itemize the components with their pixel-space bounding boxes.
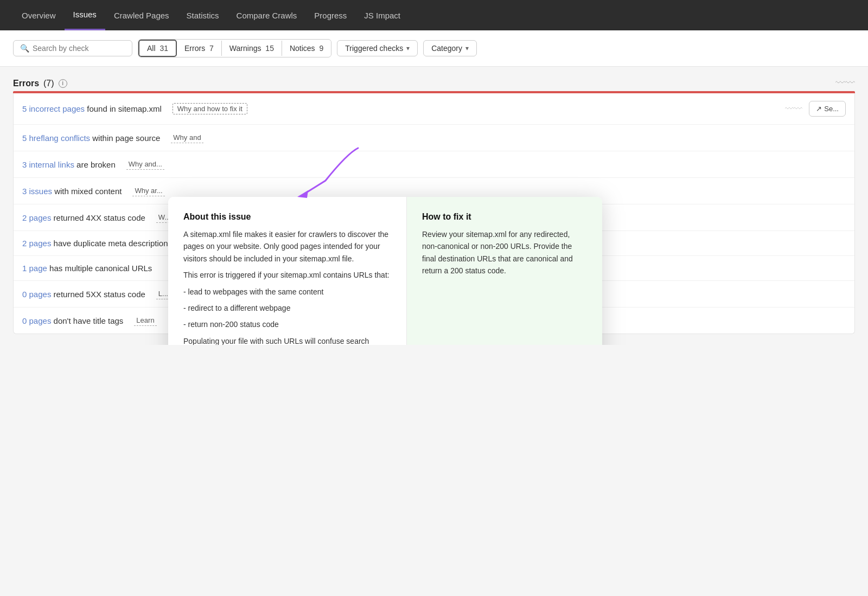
send-button-0[interactable]: ↗ Se... xyxy=(809,101,846,117)
issue-text-8: don't have title tags xyxy=(54,316,124,325)
send-icon: ↗ xyxy=(816,105,822,113)
search-input[interactable] xyxy=(33,44,119,53)
why-fix-button-3[interactable]: Why ar... xyxy=(132,185,164,196)
errors-section-header: Errors (7) i 〰〰 xyxy=(13,78,855,89)
issue-text-7: returned 5XX status code xyxy=(54,290,145,299)
issue-text-4: returned 4XX status code xyxy=(54,213,145,222)
popup-body-1: A sitemap.xml file makes it easier for c… xyxy=(183,228,391,265)
popup-fix-body: Review your sitemap.xml for any redirect… xyxy=(422,228,587,277)
issue-link-8[interactable]: 0 pages xyxy=(22,316,51,325)
errors-label: Errors xyxy=(13,79,39,88)
tab-notices-count: 9 xyxy=(320,44,324,53)
popup-left: About this issue A sitemap.xml file make… xyxy=(168,197,407,345)
issue-row-1: 5 hreflang conflicts within page source … xyxy=(14,125,854,151)
tab-warnings-count: 15 xyxy=(265,44,274,53)
why-fix-button-2[interactable]: Why and... xyxy=(126,159,164,170)
popup-body-4: - redirect to a different webpage xyxy=(183,302,391,314)
nav-progress[interactable]: Progress xyxy=(305,1,355,30)
tab-all-label: All xyxy=(147,44,156,53)
info-icon[interactable]: i xyxy=(59,79,67,88)
popup-fix-text: Review your sitemap.xml for any redirect… xyxy=(422,228,587,277)
issue-link-0[interactable]: 5 incorrect pages xyxy=(22,104,85,113)
issue-link-3[interactable]: 3 issues xyxy=(22,187,52,196)
issue-text-1: within page source xyxy=(92,133,160,143)
tab-notices[interactable]: Notices 9 xyxy=(282,41,331,56)
filter-tabs: All 31 Errors 7 Warnings 15 Notices 9 xyxy=(138,39,331,57)
category-dropdown[interactable]: Category ▾ xyxy=(423,40,477,56)
popup-fix-title: How to fix it xyxy=(422,212,587,222)
filter-bar: 🔍 All 31 Errors 7 Warnings 15 Notices 9 … xyxy=(0,30,868,67)
triggered-checks-dropdown[interactable]: Triggered checks ▾ xyxy=(337,40,418,56)
search-box[interactable]: 🔍 xyxy=(13,40,132,56)
nav-crawled-pages[interactable]: Crawled Pages xyxy=(105,1,178,30)
content-area: Errors (7) i 〰〰 5 incorrect pages found … xyxy=(0,67,868,345)
category-label: Category xyxy=(431,44,462,53)
why-fix-button-1[interactable]: Why and xyxy=(171,132,203,143)
nav-statistics[interactable]: Statistics xyxy=(178,1,228,30)
tab-errors-count: 7 xyxy=(209,44,214,53)
triggered-checks-label: Triggered checks xyxy=(345,44,403,53)
chevron-down-icon-2: ▾ xyxy=(465,44,469,52)
issue-link-2[interactable]: 3 internal links xyxy=(22,160,74,169)
top-navigation: Overview Issues Crawled Pages Statistics… xyxy=(0,0,868,30)
tab-errors[interactable]: Errors 7 xyxy=(177,41,222,56)
popup-about-body: A sitemap.xml file makes it easier for c… xyxy=(183,228,391,345)
nav-issues[interactable]: Issues xyxy=(65,0,105,30)
tab-all-count: 31 xyxy=(159,44,168,53)
why-fix-button-0[interactable]: Why and how to fix it xyxy=(173,103,247,114)
nav-compare-crawls[interactable]: Compare Crawls xyxy=(228,1,306,30)
send-label: Se... xyxy=(824,105,839,113)
popup-panel: About this issue A sitemap.xml file make… xyxy=(168,197,602,345)
popup-body-2: This error is triggered if your sitemap.… xyxy=(183,269,391,281)
issue-row-0-right: 〰〰 ↗ Se... xyxy=(785,101,846,117)
search-icon: 🔍 xyxy=(20,44,29,53)
issue-link-5[interactable]: 2 pages xyxy=(22,239,51,248)
issue-link-1[interactable]: 5 hreflang conflicts xyxy=(22,133,90,143)
tab-all[interactable]: All 31 xyxy=(138,40,177,57)
tab-warnings[interactable]: Warnings 15 xyxy=(222,41,282,56)
tab-notices-label: Notices xyxy=(290,44,315,53)
sparkline-header: 〰〰 xyxy=(835,78,855,89)
issue-row-0: 5 incorrect pages found in sitemap.xml W… xyxy=(14,93,854,125)
issue-row-2: 3 internal links are broken Why and... xyxy=(14,151,854,178)
issue-text-3: with mixed content xyxy=(54,187,122,196)
issue-text-6: has multiple canonical URLs xyxy=(49,264,152,273)
tab-errors-label: Errors xyxy=(184,44,205,53)
issue-text-5: have duplicate meta description xyxy=(54,239,168,248)
popup-overlay: About this issue A sitemap.xml file make… xyxy=(168,197,602,345)
popup-body-6: Populating your file with such URLs will… xyxy=(183,335,391,345)
issue-text-2: are broken xyxy=(76,160,116,169)
tab-warnings-label: Warnings xyxy=(229,44,261,53)
popup-right: How to fix it Review your sitemap.xml fo… xyxy=(407,197,602,345)
popup-body-3: - lead to webpages with the same content xyxy=(183,286,391,298)
issue-text-0: found in sitemap.xml xyxy=(87,104,162,113)
issue-link-4[interactable]: 2 pages xyxy=(22,213,51,222)
popup-body-5: - return non-200 status code xyxy=(183,318,391,330)
issue-link-7[interactable]: 0 pages xyxy=(22,290,51,299)
nav-js-impact[interactable]: JS Impact xyxy=(355,1,409,30)
popup-about-title: About this issue xyxy=(183,212,391,222)
nav-overview[interactable]: Overview xyxy=(13,1,65,30)
errors-count: (7) xyxy=(43,79,54,88)
why-fix-button-8[interactable]: Learn xyxy=(134,315,156,326)
issue-link-6[interactable]: 1 page xyxy=(22,264,47,273)
errors-title: Errors (7) i xyxy=(13,79,67,88)
sparkline-0: 〰〰 xyxy=(785,104,802,114)
chevron-down-icon: ▾ xyxy=(406,44,410,52)
